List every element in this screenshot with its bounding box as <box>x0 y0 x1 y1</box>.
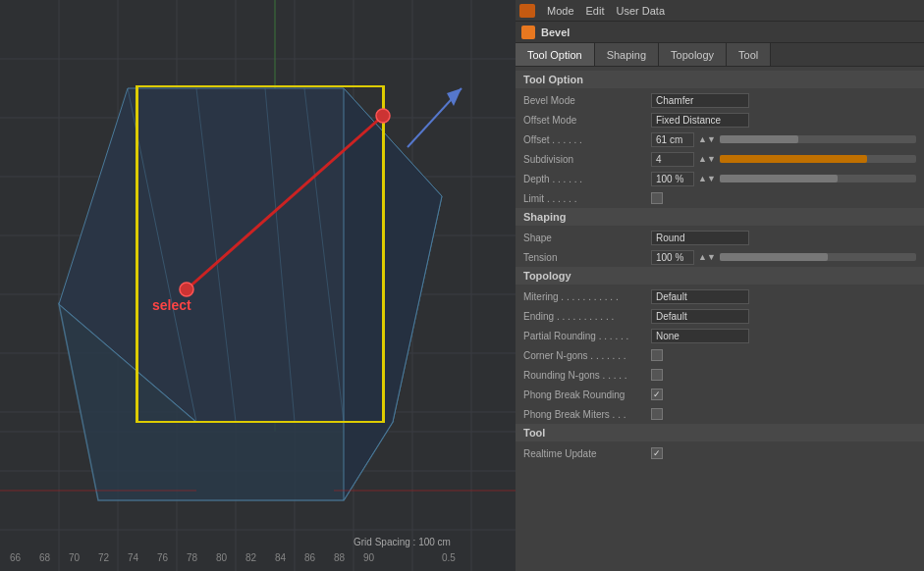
offset-spin[interactable]: ▲▼ <box>698 134 716 144</box>
panel-title-bar: Bevel <box>516 22 924 43</box>
corner-ngons-row: Corner N-gons . . . . . . . <box>516 345 924 365</box>
depth-spin[interactable]: ▲▼ <box>698 174 716 183</box>
partial-rounding-dropdown[interactable]: None <box>651 329 749 343</box>
depth-slider-group: 100 % ▲▼ <box>651 172 916 186</box>
svg-text:88: 88 <box>334 552 346 563</box>
rounding-ngons-label: Rounding N-gons . . . . . <box>523 370 651 381</box>
corner-ngons-checkbox[interactable] <box>651 349 663 361</box>
svg-text:76: 76 <box>157 552 169 563</box>
phong-break-rounding-label: Phong Break Rounding <box>523 389 651 400</box>
svg-text:74: 74 <box>128 552 139 563</box>
shape-row: Shape Round <box>516 228 924 247</box>
svg-text:Grid Spacing : 100 cm: Grid Spacing : 100 cm <box>353 537 451 547</box>
svg-text:66: 66 <box>10 552 22 563</box>
panel-content: Tool Option Bevel Mode Chamfer Offset Mo… <box>516 67 924 571</box>
svg-text:82: 82 <box>245 552 257 563</box>
phong-break-rounding-row: Phong Break Rounding <box>516 385 924 404</box>
realtime-update-row: Realtime Update <box>516 443 924 463</box>
limit-label: Limit . . . . . . <box>523 193 651 204</box>
panel-title: Bevel <box>541 26 570 38</box>
depth-value[interactable]: 100 % <box>651 172 694 186</box>
rounding-ngons-row: Rounding N-gons . . . . . <box>516 365 924 385</box>
svg-point-33 <box>376 109 390 123</box>
offset-value[interactable]: 61 cm <box>651 132 694 147</box>
tab-tool[interactable]: Tool <box>727 43 771 66</box>
panel-menubar: Mode Edit User Data <box>516 0 924 22</box>
depth-slider[interactable] <box>720 175 916 182</box>
offset-mode-label: Offset Mode <box>523 115 651 126</box>
menu-mode[interactable]: Mode <box>547 5 574 17</box>
viewport-canvas: select Grid Spacing : 100 cm 66 68 70 72… <box>0 0 516 571</box>
svg-text:86: 86 <box>304 552 316 563</box>
section-tool-option: Tool Option <box>516 71 924 88</box>
bevel-mode-row: Bevel Mode Chamfer <box>516 90 924 110</box>
svg-point-34 <box>180 283 193 296</box>
phong-break-miters-label: Phong Break Miters . . . <box>523 409 651 420</box>
shape-label: Shape <box>523 233 651 243</box>
mitering-row: Mitering . . . . . . . . . . . Default <box>516 286 924 306</box>
subdivision-value[interactable]: 4 <box>651 152 694 167</box>
3d-viewport[interactable]: select Grid Spacing : 100 cm 66 68 70 72… <box>0 0 516 571</box>
subdivision-row: Subdivision 4 ▲▼ <box>516 149 924 169</box>
ending-label: Ending . . . . . . . . . . . <box>523 311 651 322</box>
phong-break-miters-row: Phong Break Miters . . . <box>516 404 924 424</box>
subdivision-slider[interactable] <box>720 155 916 163</box>
mitering-label: Mitering . . . . . . . . . . . <box>523 291 651 302</box>
phong-break-rounding-checkbox[interactable] <box>651 389 663 400</box>
realtime-update-checkbox[interactable] <box>651 447 663 459</box>
svg-text:select: select <box>152 297 191 313</box>
tension-row: Tension 100 % ▲▼ <box>516 247 924 267</box>
phong-break-miters-checkbox[interactable] <box>651 408 663 420</box>
bevel-icon <box>521 26 535 39</box>
tension-value[interactable]: 100 % <box>651 250 694 265</box>
rounding-ngons-checkbox[interactable] <box>651 369 663 381</box>
tension-slider[interactable] <box>720 253 916 261</box>
menu-user-data[interactable]: User Data <box>617 5 666 17</box>
depth-row: Depth . . . . . . 100 % ▲▼ <box>516 169 924 188</box>
offset-slider[interactable] <box>720 135 916 143</box>
partial-rounding-label: Partial Rounding . . . . . . <box>523 331 651 341</box>
tab-shaping[interactable]: Shaping <box>595 43 659 66</box>
depth-label: Depth . . . . . . <box>523 174 651 184</box>
svg-rect-29 <box>136 421 385 423</box>
bevel-mode-dropdown[interactable]: Chamfer <box>651 93 749 108</box>
ending-dropdown[interactable]: Default <box>651 309 749 324</box>
svg-text:72: 72 <box>98 552 110 563</box>
tab-tool-option[interactable]: Tool Option <box>516 43 595 66</box>
offset-slider-group: 61 cm ▲▼ <box>651 132 916 147</box>
corner-ngons-label: Corner N-gons . . . . . . . <box>523 350 651 361</box>
realtime-update-label: Realtime Update <box>523 448 651 459</box>
tension-label: Tension <box>523 252 651 263</box>
offset-mode-row: Offset Mode Fixed Distance <box>516 110 924 130</box>
tension-spin[interactable]: ▲▼ <box>698 252 716 262</box>
section-shaping: Shaping <box>516 208 924 226</box>
mitering-dropdown[interactable]: Default <box>651 289 749 304</box>
ending-row: Ending . . . . . . . . . . . Default <box>516 306 924 326</box>
subdivision-slider-group: 4 ▲▼ <box>651 152 916 167</box>
limit-row: Limit . . . . . . <box>516 188 924 208</box>
svg-rect-28 <box>136 85 385 87</box>
tabs-bar: Tool Option Shaping Topology Tool <box>516 43 924 67</box>
tension-slider-group: 100 % ▲▼ <box>651 250 916 265</box>
menu-edit[interactable]: Edit <box>586 5 605 17</box>
svg-text:0.5: 0.5 <box>442 552 456 563</box>
limit-checkbox[interactable] <box>651 192 663 204</box>
bevel-mode-label: Bevel Mode <box>523 95 651 106</box>
svg-text:80: 80 <box>216 552 228 563</box>
section-tool: Tool <box>516 424 924 441</box>
partial-rounding-row: Partial Rounding . . . . . . None <box>516 326 924 345</box>
svg-text:90: 90 <box>363 552 375 563</box>
offset-label: Offset . . . . . . <box>523 134 651 145</box>
svg-text:70: 70 <box>69 552 81 563</box>
subdivision-spin[interactable]: ▲▼ <box>698 154 716 164</box>
panel-icon <box>519 4 535 18</box>
svg-text:84: 84 <box>275 552 287 563</box>
offset-row: Offset . . . . . . 61 cm ▲▼ <box>516 130 924 149</box>
offset-mode-dropdown[interactable]: Fixed Distance <box>651 113 749 128</box>
shape-dropdown[interactable]: Round <box>651 231 749 245</box>
properties-panel: Mode Edit User Data Bevel Tool Option Sh… <box>516 0 924 571</box>
section-topology: Topology <box>516 267 924 285</box>
svg-text:78: 78 <box>187 552 198 563</box>
tab-topology[interactable]: Topology <box>659 43 727 66</box>
subdivision-label: Subdivision <box>523 154 651 165</box>
